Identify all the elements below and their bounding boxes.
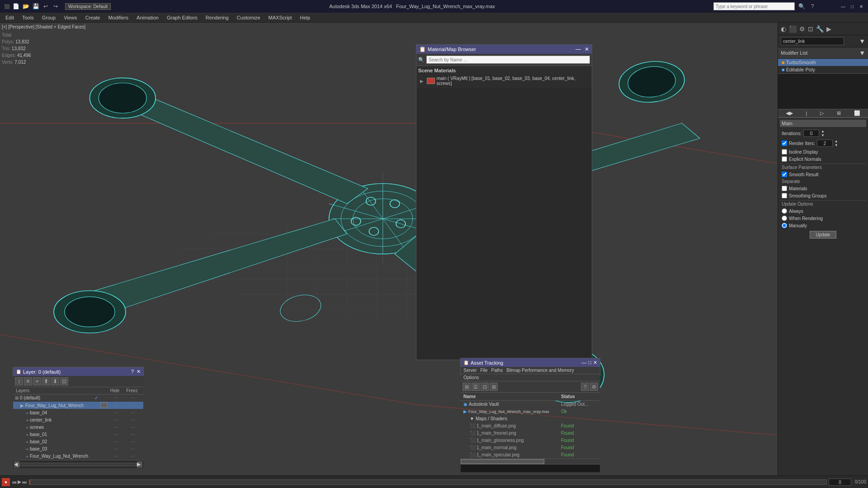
at-menu-server[interactable]: Server	[463, 368, 476, 373]
layer-row-base03[interactable]: ∘ base_03 ··· ···	[13, 446, 143, 453]
layer-row-base01[interactable]: ∘ base_01 ··· ···	[13, 431, 143, 438]
anim-key-btn[interactable]: ●	[2, 478, 10, 486]
menubar-item-customize[interactable]: Customize	[233, 14, 264, 21]
nav-icon-4[interactable]: ⊞	[837, 110, 841, 116]
menubar-item-edit[interactable]: Edit	[2, 14, 18, 21]
layer-manager-scrollbar[interactable]: ◀ ▶	[13, 460, 143, 468]
at-btn-3[interactable]: ⊡	[481, 383, 489, 391]
at-options-menu[interactable]: Options	[461, 374, 600, 381]
scroll-right-btn[interactable]: ▶	[137, 461, 142, 468]
menubar-item-views[interactable]: Views	[60, 14, 80, 21]
layer-row-centerlink[interactable]: ∘ center_link ··· ···	[13, 417, 143, 424]
undo-btn[interactable]: ↩	[42, 2, 50, 10]
lm-btn-up[interactable]: ⬆	[42, 377, 50, 385]
layer-row-default[interactable]: ⊞ 0 (default) ✓ ··· ···	[13, 394, 143, 402]
minimize-btn[interactable]: —	[840, 3, 846, 9]
at-map-specular[interactable]: ⬛ 1_main_specular.png Found	[461, 451, 600, 459]
search-input[interactable]	[713, 2, 795, 10]
menubar-item-group[interactable]: Group	[38, 14, 60, 21]
workspace-dropdown[interactable]: Workspace: Default	[65, 3, 111, 10]
layer-manager-help[interactable]: ?	[131, 369, 134, 375]
at-menu-file[interactable]: File	[480, 368, 487, 373]
anim-timeline[interactable]	[29, 479, 827, 485]
at-mainfile-row[interactable]: ▶ Four_Way_Lug_Nut_Wrench_max_vray.max O…	[461, 408, 600, 415]
layer-row-wrench2[interactable]: ∘ Four_Way_Lug_Nut_Wrench ··· ···	[13, 453, 143, 460]
ts-render-iters-check[interactable]	[782, 141, 787, 146]
redo-btn[interactable]: ↪	[52, 2, 60, 10]
at-map-glossiness[interactable]: ⬛ 1_main_glossiness.png Found	[461, 437, 600, 444]
anim-play-btn[interactable]: ▶	[18, 479, 21, 485]
menubar-item-help[interactable]: Help	[297, 14, 314, 21]
ts-render-iters-input[interactable]	[817, 140, 833, 147]
at-vault-row[interactable]: ◉ Autodesk Vault Logged Out...	[461, 401, 600, 408]
lm-btn-add[interactable]: +	[33, 377, 41, 385]
scroll-left-btn[interactable]: ◀	[14, 461, 19, 468]
rp-icon-2[interactable]: ⬛	[788, 24, 797, 33]
menubar-item-create[interactable]: Create	[81, 14, 104, 21]
modifier-name-dropdown[interactable]: ▼	[859, 38, 865, 45]
ts-iter-spinner[interactable]: ▲▼	[821, 129, 825, 137]
lm-btn-down[interactable]: ⬇	[51, 377, 59, 385]
lm-btn-box[interactable]: ⊡	[60, 377, 68, 385]
at-map-normal[interactable]: ⬛ 1_main_normal.png Found	[461, 444, 600, 451]
close-btn[interactable]: ✕	[858, 3, 864, 9]
asset-tracking-scrollbar[interactable]	[461, 459, 600, 464]
menubar-item-animation[interactable]: Animation	[133, 14, 162, 21]
menubar-item-modifiers[interactable]: Modifiers	[104, 14, 132, 21]
ts-explicit-check[interactable]	[782, 156, 787, 162]
wrench-select-box[interactable]: □	[101, 403, 107, 408]
ts-smooth-groups-check[interactable]	[782, 193, 787, 198]
asset-tracking-minimize[interactable]: —	[581, 360, 586, 366]
ts-smooth-result-check[interactable]	[782, 172, 787, 177]
at-menu-paths[interactable]: Paths	[491, 368, 503, 373]
at-btn-4[interactable]: ⊞	[490, 383, 498, 391]
ts-isoline-check[interactable]	[782, 149, 787, 155]
ts-header[interactable]: Main	[780, 120, 866, 127]
anim-prev-btn[interactable]: ⏮	[12, 479, 17, 485]
at-help-btn[interactable]: ?	[581, 383, 589, 391]
ts-manually-radio[interactable]	[782, 223, 787, 228]
mat-search-input[interactable]	[426, 56, 590, 64]
rp-icon-6[interactable]: ▶	[826, 24, 832, 33]
asset-tracking-titlebar[interactable]: 📋 Asset Tracking — □ ✕	[461, 358, 600, 367]
menubar-item-graph-editors[interactable]: Graph Editors	[163, 14, 201, 21]
search-icon[interactable]: 🔍	[797, 2, 806, 10]
rp-icon-1[interactable]: ◐	[780, 24, 787, 33]
rp-icon-3[interactable]: ⚙	[798, 24, 806, 33]
at-btn-1[interactable]: ⊞	[462, 383, 471, 391]
at-status-input[interactable]	[461, 465, 600, 472]
at-btn-2[interactable]: ☰	[472, 383, 480, 391]
lm-btn-delete[interactable]: ✕	[24, 377, 32, 385]
mat-browser-titlebar[interactable]: 📋 Material/Map Browser — ✕	[416, 45, 592, 54]
help-icon[interactable]: ?	[808, 2, 816, 10]
layer-row-screws[interactable]: ∘ screws ··· ···	[13, 424, 143, 431]
modifier-name-input[interactable]	[781, 37, 844, 45]
open-btn[interactable]: 📂	[22, 2, 30, 10]
rp-icon-5[interactable]: 🔧	[815, 24, 825, 33]
new-btn[interactable]: 📄	[12, 2, 20, 10]
ts-materials-check[interactable]	[782, 186, 787, 191]
modifier-editable-poly[interactable]: ■ Editable Poly	[778, 66, 868, 73]
menubar-item-maxscript[interactable]: MAXScript	[265, 14, 296, 21]
ts-always-radio[interactable]	[782, 208, 787, 214]
menubar-item-rendering[interactable]: Rendering	[202, 14, 232, 21]
ts-update-btn[interactable]: Update	[810, 231, 836, 239]
ts-when-rendering-radio[interactable]	[782, 216, 787, 221]
maximize-btn[interactable]: □	[849, 3, 855, 9]
mat-browser-close[interactable]: ✕	[585, 46, 589, 52]
modifier-list-dropdown[interactable]: ▼	[859, 49, 865, 56]
layer-row-base02[interactable]: ∘ base_02 ··· ···	[13, 438, 143, 446]
at-map-fresnel[interactable]: ⬛ 1_main_fresnel.png Found	[461, 430, 600, 437]
layer-manager-titlebar[interactable]: 📋 Layer: 0 (default) ? ✕	[13, 367, 143, 376]
ts-render-spinner[interactable]: ▲▼	[835, 139, 838, 147]
rp-icon-4[interactable]: ⊡	[807, 24, 814, 33]
at-maps-group-row[interactable]: ▼ Maps / Shaders	[461, 415, 600, 422]
asset-tracking-restore[interactable]: □	[588, 360, 591, 366]
anim-next-btn[interactable]: ⏭	[22, 479, 27, 485]
at-settings-btn[interactable]: ⚙	[590, 383, 598, 391]
asset-tracking-close[interactable]: ✕	[593, 360, 597, 366]
nav-icon-3[interactable]: ▷	[820, 110, 824, 116]
ts-iterations-input[interactable]	[803, 130, 819, 137]
lm-btn-move[interactable]: ↕	[15, 377, 23, 385]
layer-row-wrench[interactable]: ▶ Four_Way_Lug_Nut_Wrench □ ··· ···	[13, 402, 143, 409]
